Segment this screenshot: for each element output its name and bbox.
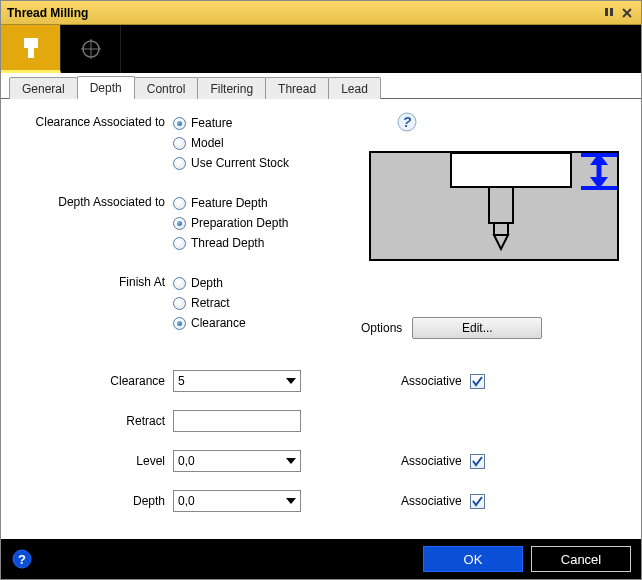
radio-icon [173,137,186,150]
row-retract: Retract [23,401,623,441]
radio-icon [173,317,186,330]
titlebar: Thread Milling [1,1,641,25]
svg-text:?: ? [403,114,412,130]
chevron-down-icon[interactable] [282,451,300,471]
radio-icon [173,217,186,230]
svg-rect-1 [610,8,613,16]
retract-field[interactable] [173,410,301,432]
svg-rect-20 [581,186,617,190]
level-field[interactable] [173,450,301,472]
radio-label: Retract [191,296,230,310]
row-depth: Depth Associative [23,481,623,521]
tab-general[interactable]: General [9,77,78,99]
clearance-associative: Associative [401,374,485,389]
radio-icon [173,297,186,310]
inputs-block: Clearance Associative Retract [23,361,623,521]
radio-finish-retract[interactable]: Retract [173,293,338,313]
radio-use-current-stock[interactable]: Use Current Stock [173,153,338,173]
radio-icon [173,277,186,290]
level-input[interactable] [174,454,282,468]
clearance-input[interactable] [174,374,282,388]
row-clearance: Clearance Associative [23,361,623,401]
row-level: Level Associative [23,441,623,481]
mode-milling-button[interactable] [1,25,61,73]
ok-button[interactable]: OK [423,546,523,572]
label-clearance-associated: Clearance Associated to [23,113,173,129]
svg-text:?: ? [18,552,26,567]
pin-button[interactable] [601,6,617,20]
svg-marker-22 [286,458,296,464]
radio-label: Feature Depth [191,196,268,210]
radio-label: Clearance [191,316,246,330]
mode-target-button[interactable] [61,25,121,73]
svg-marker-21 [286,378,296,384]
tab-row: General Depth Control Filtering Thread L… [1,73,641,99]
tab-panel-depth: ? Clearance Associated to Feature Model … [1,99,641,539]
associative-label: Associative [401,454,462,468]
tab-thread[interactable]: Thread [265,77,329,99]
radio-thread-depth[interactable]: Thread Depth [173,233,338,253]
cancel-button[interactable]: Cancel [531,546,631,572]
retract-input[interactable] [174,414,300,428]
level-associative: Associative [401,454,485,469]
svg-rect-0 [605,8,608,16]
radio-model[interactable]: Model [173,133,338,153]
radio-label: Use Current Stock [191,156,289,170]
ok-button-label: OK [464,552,483,567]
associative-label: Associative [401,494,462,508]
radio-label: Depth [191,276,223,290]
label-retract: Retract [23,414,173,428]
svg-rect-19 [581,153,617,157]
clearance-field[interactable] [173,370,301,392]
svg-rect-13 [489,187,513,223]
radio-icon [173,197,186,210]
label-depth-associated: Depth Associated to [23,193,173,209]
radio-feature[interactable]: Feature [173,113,338,133]
options-row: Options Edit... [361,317,542,339]
preview-diagram [369,151,619,261]
thread-milling-dialog: Thread Milling General Depth Control Fil… [0,0,642,580]
tab-filtering[interactable]: Filtering [197,77,266,99]
depth-associative-checkbox[interactable] [470,494,485,509]
label-depth: Depth [23,494,173,508]
help-icon[interactable]: ? [396,111,418,133]
tab-control[interactable]: Control [134,77,199,99]
svg-rect-12 [451,153,571,187]
radio-label: Feature [191,116,232,130]
svg-rect-4 [24,38,38,48]
footer: ? OK Cancel [1,539,641,579]
close-button[interactable] [619,6,635,20]
depth-input[interactable] [174,494,282,508]
window-title: Thread Milling [7,6,599,20]
radio-preparation-depth[interactable]: Preparation Depth [173,213,338,233]
radio-label: Thread Depth [191,236,264,250]
radio-label: Model [191,136,224,150]
chevron-down-icon[interactable] [282,491,300,511]
tab-depth[interactable]: Depth [77,76,135,99]
radio-label: Preparation Depth [191,216,288,230]
radio-icon [173,157,186,170]
depth-field[interactable] [173,490,301,512]
level-associative-checkbox[interactable] [470,454,485,469]
label-finish-at: Finish At [23,273,173,289]
radio-feature-depth[interactable]: Feature Depth [173,193,338,213]
svg-marker-23 [286,498,296,504]
radio-finish-clearance[interactable]: Clearance [173,313,338,333]
radio-finish-depth[interactable]: Depth [173,273,338,293]
edit-button[interactable]: Edit... [412,317,542,339]
chevron-down-icon[interactable] [282,371,300,391]
depth-associative: Associative [401,494,485,509]
cancel-button-label: Cancel [561,552,601,567]
tab-lead[interactable]: Lead [328,77,381,99]
associative-label: Associative [401,374,462,388]
radio-icon [173,237,186,250]
svg-rect-14 [494,223,508,235]
mode-toolbar [1,25,641,73]
svg-rect-5 [28,48,34,58]
label-level: Level [23,454,173,468]
options-label: Options [361,321,402,335]
clearance-associative-checkbox[interactable] [470,374,485,389]
edit-button-label: Edit... [462,321,493,335]
footer-help-icon[interactable]: ? [11,548,33,570]
radio-icon [173,117,186,130]
